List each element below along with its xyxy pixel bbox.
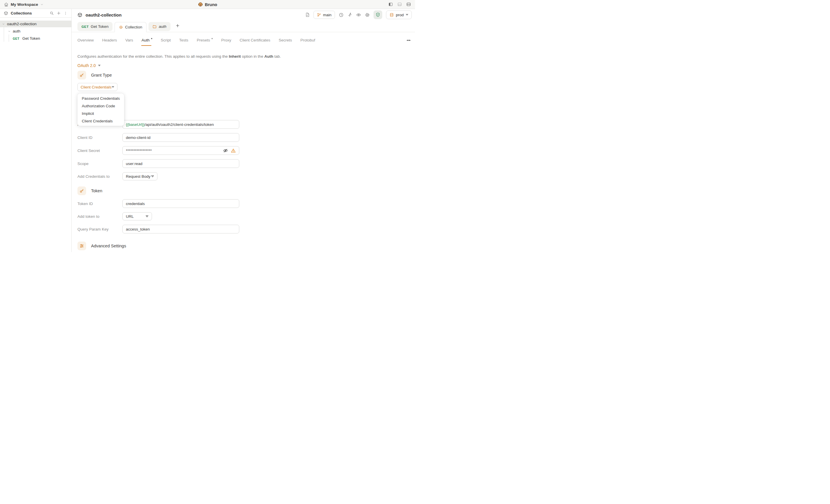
tab-client-certificates[interactable]: Client Certificates	[240, 37, 270, 43]
field-label: Query Param Key	[77, 227, 122, 231]
grant-type-value: Client Credentials	[81, 85, 111, 89]
add-collection-icon[interactable]	[57, 11, 61, 15]
access-token-url-row: Access Token URL {{baseUrl}}/api/auth/oa…	[77, 120, 409, 129]
history-clock-icon[interactable]	[339, 12, 344, 18]
caret-down-icon	[146, 215, 149, 218]
scope-row: Scope	[77, 159, 409, 168]
sidebar-item-auth-folder[interactable]: auth	[0, 28, 71, 34]
docs-icon[interactable]	[305, 12, 310, 17]
token-id-row: Token ID	[77, 199, 409, 208]
tab-auth[interactable]: Auth	[141, 37, 152, 43]
section-title: Advanced Settings	[91, 244, 126, 248]
folder-icon	[153, 25, 157, 29]
git-branch-icon	[317, 13, 321, 17]
field-label: Client ID	[77, 135, 122, 140]
tab-presets[interactable]: Presets	[197, 37, 213, 43]
main-panel: oauth2-collection main	[72, 9, 415, 252]
sidebar: Collections oaut	[0, 9, 72, 252]
collections-cube-icon	[4, 11, 8, 15]
menu-item-authorization-code[interactable]: Authorization Code	[77, 102, 124, 109]
eye-icon[interactable]	[356, 12, 361, 18]
tree-indent-guide	[9, 34, 9, 42]
caret-down-icon	[151, 175, 154, 178]
eye-off-icon[interactable]	[223, 148, 228, 153]
section-title: Grant Type	[91, 73, 111, 77]
tab-collection[interactable]: Collection	[115, 22, 147, 32]
home-icon[interactable]	[4, 2, 8, 7]
tab-overview[interactable]: Overview	[77, 37, 94, 43]
query-param-key-input[interactable]	[126, 227, 236, 231]
add-credentials-to-select[interactable]: Request Body	[122, 172, 157, 180]
collection-header: oauth2-collection main	[72, 9, 415, 21]
tab-headers[interactable]: Headers	[102, 37, 117, 43]
client-id-input[interactable]	[126, 135, 236, 140]
tab-script[interactable]: Script	[161, 37, 171, 43]
sidebar-item-oauth2-collection[interactable]: oauth2-collection	[0, 21, 71, 27]
toggle-split-panel-icon[interactable]	[406, 2, 411, 7]
access-token-url-input[interactable]: {{baseUrl}}/api/auth/oauth2/client-crede…	[122, 120, 239, 129]
query-param-key-row: Query Param Key	[77, 225, 409, 233]
app-window: My Workspace Bruno	[0, 0, 415, 252]
gear-icon[interactable]	[365, 12, 370, 18]
tree-item-label: oauth2-collection	[7, 22, 36, 26]
environment-selector[interactable]: prod	[386, 10, 412, 19]
git-branch-button[interactable]: main	[314, 11, 335, 19]
chevron-down-icon	[2, 23, 5, 26]
token-section-header: Token	[77, 186, 409, 195]
workspace-name: My Workspace	[11, 2, 38, 7]
collections-tree: oauth2-collection auth GET Get Token	[0, 18, 71, 252]
add-token-to-value: URL	[126, 214, 134, 219]
client-secret-input[interactable]	[126, 149, 220, 153]
grant-type-select[interactable]: Client Credentials	[77, 83, 118, 91]
sidebar-item-get-token[interactable]: GET Get Token	[0, 35, 71, 42]
new-tab-plus-icon[interactable]	[175, 24, 180, 28]
add-credentials-to-value: Request Body	[126, 174, 151, 179]
advanced-settings-header[interactable]: Advanced Settings	[77, 242, 409, 250]
chevron-down-icon	[8, 30, 11, 33]
toggle-sidebar-icon[interactable]	[388, 2, 393, 7]
security-shield-button[interactable]	[374, 10, 382, 19]
auth-type-selector[interactable]: OAuth 2.0	[77, 63, 101, 68]
bruno-dog-logo	[198, 2, 203, 7]
modified-dot	[151, 38, 153, 39]
tab-proxy[interactable]: Proxy	[221, 37, 231, 43]
sidebar-header: Collections	[0, 9, 71, 18]
header-actions: main	[305, 10, 412, 19]
caret-down-icon	[111, 86, 114, 88]
tab-vars[interactable]: Vars	[125, 37, 133, 43]
field-label: Add token to	[77, 214, 122, 219]
collection-title: oauth2-collection	[86, 12, 122, 18]
field-label: Client Secret	[77, 149, 122, 153]
scope-input[interactable]	[126, 161, 236, 166]
workspace-switcher[interactable]: My Workspace	[4, 2, 43, 7]
tab-protobuf[interactable]: Protobuf	[300, 37, 315, 43]
app-title: Bruno	[198, 0, 217, 9]
field-label: Token ID	[77, 201, 122, 206]
collections-title: Collections	[11, 11, 32, 15]
menu-item-password-credentials[interactable]: Password Credentials	[77, 95, 124, 102]
tab-get-token[interactable]: GET Get Token	[77, 22, 113, 31]
url-path: /api/auth/oauth2/client-credentials/toke…	[145, 122, 214, 127]
runner-icon[interactable]	[347, 12, 352, 18]
kebab-menu-icon[interactable]	[64, 11, 68, 15]
collapse-panel-icon[interactable]	[406, 38, 411, 43]
toggle-bottom-panel-icon[interactable]	[397, 2, 402, 7]
request-tabs: GET Get Token Collection auth	[72, 21, 415, 32]
layout-controls	[388, 2, 411, 7]
menu-item-client-credentials[interactable]: Client Credentials	[77, 117, 124, 125]
caret-down-icon	[98, 65, 101, 66]
app-name: Bruno	[205, 2, 217, 7]
field-label: Add Credentials to	[77, 174, 122, 179]
grant-type-dropdown-menu: Password Credentials Authorization Code …	[77, 93, 124, 126]
menu-item-implicit[interactable]: Implicit	[77, 109, 124, 117]
search-icon[interactable]	[50, 11, 54, 15]
tab-tests[interactable]: Tests	[179, 37, 189, 43]
tab-secrets[interactable]: Secrets	[279, 37, 292, 43]
add-token-to-row: Add token to URL	[77, 212, 409, 220]
section-title: Token	[91, 188, 102, 193]
token-id-input[interactable]	[126, 201, 236, 206]
tab-auth-folder[interactable]: auth	[149, 22, 170, 31]
add-token-to-select[interactable]: URL	[122, 212, 152, 220]
warning-icon[interactable]	[231, 148, 236, 153]
collection-title-group: oauth2-collection	[77, 12, 122, 18]
